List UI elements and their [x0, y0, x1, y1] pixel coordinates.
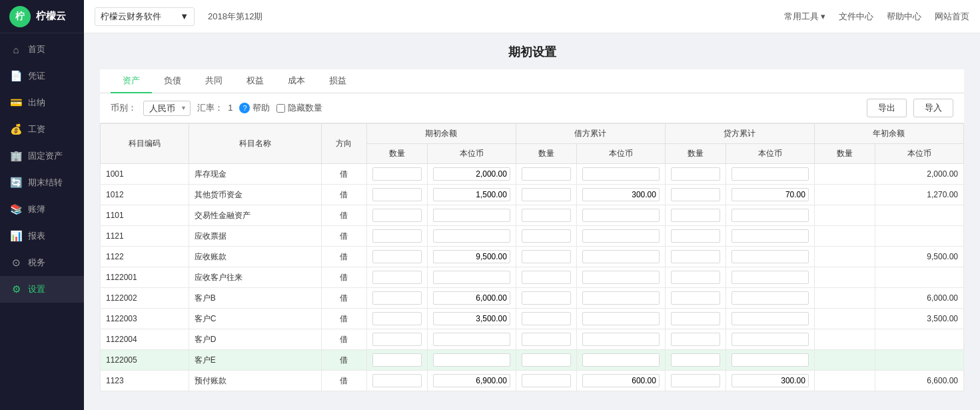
cell-input[interactable]	[582, 374, 660, 387]
cell-input[interactable]	[671, 229, 720, 243]
cell-input[interactable]	[433, 209, 510, 222]
cell-input[interactable]	[522, 353, 571, 367]
sidebar-item-tax[interactable]: ⊙ 税务	[0, 249, 84, 276]
sub-header-ob-amt: 本位币	[428, 144, 516, 164]
cell-input[interactable]	[522, 229, 571, 243]
sidebar-item-period-transfer[interactable]: 🔄 期末结转	[0, 169, 84, 196]
sub-header-dc-amt: 本位币	[577, 144, 666, 164]
help-center-btn[interactable]: 帮助中心	[887, 11, 921, 23]
cell-input[interactable]	[671, 333, 720, 346]
cell-input[interactable]	[732, 188, 809, 201]
cell-input[interactable]	[522, 250, 571, 263]
cell-input[interactable]	[671, 209, 720, 222]
cell-input[interactable]	[372, 167, 422, 181]
tab-equity[interactable]: 权益	[235, 69, 276, 93]
sidebar-item-report[interactable]: 📊 报表	[0, 223, 84, 249]
cell-input[interactable]	[732, 291, 809, 305]
table-row: 1122003客户C借3,500.00	[101, 309, 964, 329]
cell-input[interactable]	[433, 250, 510, 263]
cell-input[interactable]	[433, 374, 510, 387]
cell-input[interactable]	[522, 291, 571, 305]
cell-input[interactable]	[671, 374, 720, 387]
sidebar-item-voucher[interactable]: 📄 凭证	[0, 63, 84, 89]
hide-qty-checkbox[interactable]: 隐藏数量	[276, 102, 322, 114]
cell-input[interactable]	[582, 271, 660, 284]
cell-input[interactable]	[433, 167, 510, 181]
cell-input[interactable]	[732, 250, 809, 263]
cell-input[interactable]	[372, 188, 422, 201]
tab-assets[interactable]: 资产	[111, 69, 152, 93]
help-btn[interactable]: ? 帮助	[239, 102, 270, 114]
software-select[interactable]: 柠檬云财务软件 ▼	[95, 7, 195, 26]
cell-input[interactable]	[732, 229, 809, 243]
cell-input[interactable]	[433, 229, 510, 243]
cell-input[interactable]	[732, 271, 809, 284]
cell-input[interactable]	[671, 312, 720, 325]
sidebar-item-ledger[interactable]: 📚 账簿	[0, 196, 84, 223]
cell-input[interactable]	[671, 291, 720, 305]
cell-input[interactable]	[582, 291, 660, 305]
cell-input[interactable]	[732, 353, 809, 367]
sidebar-item-salary[interactable]: 💰 工资	[0, 116, 84, 143]
common-tools-btn[interactable]: 常用工具 ▾	[784, 11, 825, 23]
cell-input[interactable]	[522, 333, 571, 346]
sidebar-item-settings[interactable]: ⚙ 设置	[0, 276, 84, 303]
cell-input[interactable]	[522, 209, 571, 222]
import-button[interactable]: 导入	[913, 99, 953, 117]
cell-input[interactable]	[522, 312, 571, 325]
cell-input[interactable]	[671, 188, 720, 201]
hide-qty-input[interactable]	[276, 104, 285, 113]
cell-input[interactable]	[732, 374, 809, 387]
tab-common[interactable]: 共同	[193, 69, 235, 93]
cell-input[interactable]	[582, 312, 660, 325]
website-home-btn[interactable]: 网站首页	[935, 11, 969, 23]
cell-input[interactable]	[372, 250, 422, 263]
tab-liabilities[interactable]: 负债	[152, 69, 193, 93]
cell-input[interactable]	[732, 167, 809, 181]
cell-input[interactable]	[372, 271, 422, 284]
sidebar-item-fixed-assets[interactable]: 🏢 固定资产	[0, 143, 84, 169]
cell-input[interactable]	[522, 374, 571, 387]
cell-input[interactable]	[732, 312, 809, 325]
cell-input[interactable]	[522, 167, 571, 181]
cell-input[interactable]	[582, 167, 660, 181]
cell-input[interactable]	[671, 250, 720, 263]
cell-input[interactable]	[732, 209, 809, 222]
currency-select[interactable]: 人民币	[143, 101, 191, 116]
cell-input[interactable]	[372, 229, 422, 243]
cell-input[interactable]	[372, 291, 422, 305]
cell-input[interactable]	[582, 250, 660, 263]
sidebar-item-cashier[interactable]: 💳 出纳	[0, 89, 84, 116]
tab-profit[interactable]: 损益	[317, 69, 358, 93]
cell-input[interactable]	[671, 271, 720, 284]
cell-input[interactable]	[582, 188, 660, 201]
cell-input[interactable]	[433, 291, 510, 305]
cell-input[interactable]	[433, 271, 510, 284]
cell-input[interactable]	[433, 333, 510, 346]
cell-input[interactable]	[372, 209, 422, 222]
export-button[interactable]: 导出	[867, 99, 907, 117]
cell-input[interactable]	[671, 167, 720, 181]
cell-input[interactable]	[582, 353, 660, 367]
software-select-arrow: ▼	[180, 11, 189, 21]
cell-input[interactable]	[433, 188, 510, 201]
sidebar-label-salary: 工资	[28, 123, 45, 135]
cell-input[interactable]	[582, 209, 660, 222]
cell-input[interactable]	[582, 333, 660, 346]
file-center-btn[interactable]: 文件中心	[839, 11, 873, 23]
cell-input[interactable]	[732, 333, 809, 346]
cell-input[interactable]	[522, 188, 571, 201]
cell-input[interactable]	[372, 374, 422, 387]
cell-input[interactable]	[372, 333, 422, 346]
table-row: 1012其他货币资金借1,270.00	[101, 185, 964, 205]
currency-label: 币别：	[111, 102, 137, 114]
cell-input[interactable]	[433, 353, 510, 367]
cell-input[interactable]	[671, 353, 720, 367]
cell-input[interactable]	[522, 271, 571, 284]
sidebar-item-home[interactable]: ⌂ 首页	[0, 36, 84, 63]
cell-input[interactable]	[372, 353, 422, 367]
cell-input[interactable]	[372, 312, 422, 325]
cell-input[interactable]	[582, 229, 660, 243]
tab-cost[interactable]: 成本	[276, 69, 317, 93]
cell-input[interactable]	[433, 312, 510, 325]
